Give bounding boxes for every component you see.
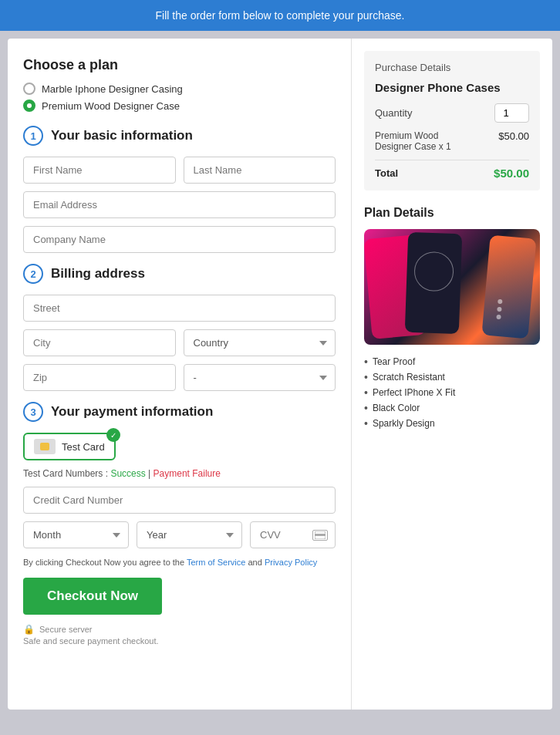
card-number-row	[23, 487, 336, 514]
last-name-input[interactable]	[184, 157, 336, 184]
plan-wood-label: Premium Wood Designer Case	[42, 100, 180, 112]
choose-plan-title: Choose a plan	[23, 57, 336, 73]
city-input[interactable]	[23, 329, 176, 356]
pp-link[interactable]: Privacy Policy	[265, 558, 317, 567]
plan-marble-label: Marble Iphone Designer Casing	[42, 83, 183, 95]
year-select[interactable]: Year 202420252026 2027202820292030	[137, 521, 242, 548]
card-icon	[34, 439, 56, 454]
cvv-card-icon	[312, 530, 328, 541]
phone-case-orange	[481, 235, 536, 339]
separator: |	[148, 468, 150, 479]
card-chip	[40, 443, 49, 450]
test-numbers-label: Test Card Numbers :	[23, 468, 108, 479]
left-panel: Choose a plan Marble Iphone Designer Cas…	[8, 39, 352, 710]
phone-cases-image	[364, 229, 540, 345]
total-row: Total $50.00	[375, 167, 529, 180]
failure-link[interactable]: Payment Failure	[153, 468, 221, 479]
zip-input[interactable]	[23, 364, 176, 391]
terms-text: By clicking Checkout Now you agree to th…	[23, 558, 336, 567]
safe-text: Safe and secure payment checkout.	[23, 636, 336, 646]
secure-label: Secure server	[39, 625, 92, 634]
test-card-check-icon: ✓	[106, 428, 120, 442]
main-container: Choose a plan Marble Iphone Designer Cas…	[8, 39, 552, 710]
month-year-cvv-row: Month 010203 040506 070809 101112 Year 2…	[23, 521, 336, 548]
radio-marble[interactable]	[23, 83, 35, 95]
plan-option-wood[interactable]: Premium Wood Designer Case	[23, 99, 336, 112]
step3-header: 3 Your payment information	[23, 402, 336, 422]
secure-row: 🔒 Secure server	[23, 624, 336, 635]
banner-text: Fill the order form below to complete yo…	[156, 9, 405, 22]
radio-wood[interactable]	[23, 99, 35, 112]
feature-4: Black Color	[364, 402, 540, 414]
step1-circle: 1	[23, 126, 43, 146]
checkout-button[interactable]: Checkout Now	[23, 578, 162, 615]
month-select[interactable]: Month 010203 040506 070809 101112	[23, 521, 129, 548]
feature-1: Tear Proof	[364, 356, 540, 368]
product-section-title: Designer Phone Cases	[375, 81, 529, 94]
purchase-details-title: Purchase Details	[375, 62, 529, 73]
street-input[interactable]	[23, 295, 336, 322]
svg-point-4	[497, 307, 502, 312]
total-label: Total	[375, 167, 398, 179]
cvv-wrapper	[250, 521, 336, 548]
lock-icon: 🔒	[23, 624, 35, 635]
total-amount: $50.00	[494, 167, 529, 180]
product-name: Premium Wood Designer Case x 1	[375, 130, 467, 152]
quantity-row: Quantity	[375, 103, 529, 123]
feature-2: Scratch Resistant	[364, 371, 540, 383]
feature-3: Perfect IPhone X Fit	[364, 386, 540, 399]
plan-option-marble[interactable]: Marble Iphone Designer Casing	[23, 83, 336, 95]
card-icons-row: Test Card ✓	[23, 433, 336, 460]
step2-header: 2 Billing address	[23, 264, 336, 284]
company-input[interactable]	[23, 226, 336, 253]
card-number-input[interactable]	[23, 487, 336, 514]
name-row	[23, 157, 336, 184]
street-row	[23, 295, 336, 322]
quantity-input[interactable]	[494, 103, 529, 123]
step3-label: Your payment information	[51, 404, 213, 420]
success-link[interactable]: Success	[110, 468, 145, 479]
svg-point-2	[414, 251, 454, 292]
state-select[interactable]: -	[184, 364, 336, 391]
tos-link[interactable]: Term of Service	[187, 558, 245, 567]
city-country-row: Country	[23, 329, 336, 356]
test-card-label: Test Card	[62, 441, 105, 453]
zip-state-row: -	[23, 364, 336, 391]
first-name-input[interactable]	[23, 157, 176, 184]
test-card-badge: Test Card ✓	[23, 433, 116, 460]
email-row	[23, 191, 336, 218]
step1-header: 1 Your basic information	[23, 126, 336, 146]
top-banner: Fill the order form below to complete yo…	[0, 0, 560, 31]
right-panel: Purchase Details Designer Phone Cases Qu…	[352, 39, 552, 710]
country-select[interactable]: Country	[184, 329, 336, 356]
step2-label: Billing address	[51, 266, 145, 282]
terms-middle: and	[248, 558, 264, 567]
total-divider	[375, 160, 529, 160]
product-price: $50.00	[498, 130, 529, 142]
email-input[interactable]	[23, 191, 336, 218]
svg-point-3	[498, 299, 503, 305]
features-list: Tear Proof Scratch Resistant Perfect IPh…	[364, 356, 540, 430]
plan-options: Marble Iphone Designer Casing Premium Wo…	[23, 83, 336, 112]
product-row: Premium Wood Designer Case x 1 $50.00	[375, 130, 529, 152]
purchase-details-box: Purchase Details Designer Phone Cases Qu…	[364, 51, 540, 190]
svg-rect-1	[315, 534, 326, 536]
checkout-btn-label: Checkout Now	[47, 588, 138, 603]
step1-label: Your basic information	[51, 128, 193, 143]
page-wrapper: Fill the order form below to complete yo…	[0, 0, 560, 717]
phone-case-dark	[405, 232, 462, 334]
quantity-label: Quantity	[375, 107, 412, 119]
company-row	[23, 226, 336, 253]
terms-prefix: By clicking Checkout Now you agree to th…	[23, 558, 187, 567]
plan-details-title: Plan Details	[364, 206, 540, 220]
step2-circle: 2	[23, 264, 43, 284]
feature-5: Sparkly Design	[364, 417, 540, 430]
step3-circle: 3	[23, 402, 43, 422]
svg-point-5	[496, 315, 501, 320]
test-numbers-row: Test Card Numbers : Success | Payment Fa…	[23, 468, 336, 479]
